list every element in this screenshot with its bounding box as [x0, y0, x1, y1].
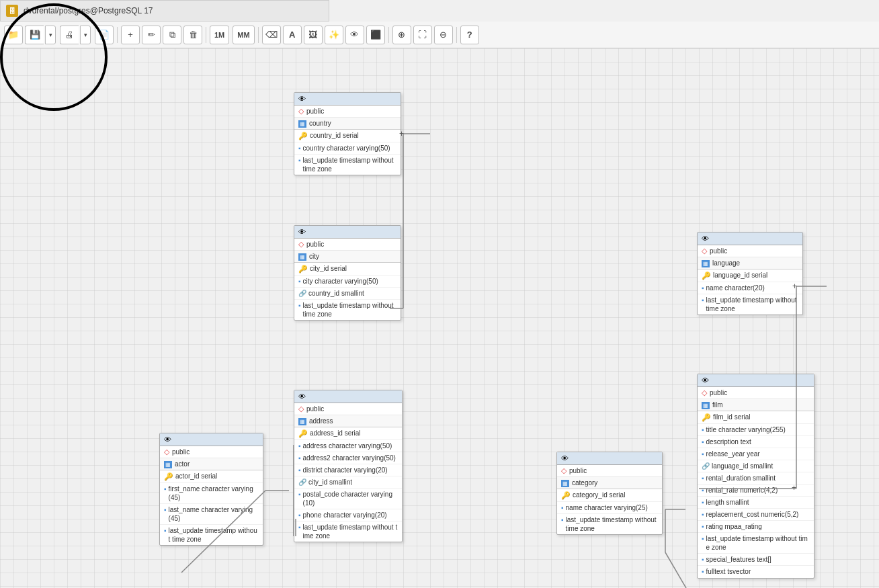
field-text: address_id serial [310, 429, 361, 437]
table-category[interactable]: 👁 ◇ public ▦ category 🔑 category_id seri… [556, 452, 663, 535]
title-text: dvdrental/postgres@PostgreSQL 17 [24, 6, 153, 15]
eye-icon[interactable]: 👁 [702, 376, 709, 384]
field-category_id: 🔑 category_id serial [557, 489, 662, 502]
field-city-last_update: ▪ last_update timestamp without time zon… [294, 300, 401, 320]
table-actor[interactable]: 👁 ◇ public ▦ actor 🔑 actor_id serial ▪ f… [159, 433, 263, 546]
table-country[interactable]: 👁 ◇ public ▦ country 🔑 country_id serial… [294, 92, 401, 175]
new-button[interactable]: 📄 [95, 26, 114, 44]
eye-icon[interactable]: 👁 [164, 435, 171, 444]
field-title: ▪ title character varying(255) [698, 424, 814, 436]
table-icon: ▦ [702, 402, 710, 409]
field-address-last_update: ▪ last_update timestamp without time zon… [294, 521, 402, 542]
table-icon: ▦ [702, 260, 710, 267]
svg-line-14 [665, 552, 689, 588]
field-text: last_update timestamp without time zone [303, 156, 396, 173]
key-icon: 🔑 [298, 132, 308, 140]
schema-icon: ◇ [702, 388, 707, 397]
col-icon: ▪ [702, 296, 704, 304]
toolbar: 📁 💾 ▾ 🖨 ▾ 📄 + ✏ ⧉ 🗑 1M MM ⌫ A 🖼 ✨ 👁 ⬛ ⊕ … [0, 22, 879, 48]
col-icon: ▪ [702, 438, 704, 446]
table-icon: ▦ [561, 480, 569, 487]
col-icon: ▪ [298, 278, 301, 285]
field-text: film_id serial [713, 413, 751, 421]
table-actor-header: 👁 [160, 433, 263, 446]
field-country: ▪ country character varying(50) [294, 142, 401, 155]
field-release_year: ▪ release_year year [698, 448, 814, 460]
font-button[interactable]: A [283, 26, 302, 44]
zoom-out-button[interactable]: ⊖ [434, 26, 453, 44]
eye-icon[interactable]: 👁 [298, 392, 306, 401]
print-dropdown-button[interactable]: ▾ [80, 26, 91, 44]
edit-button[interactable]: ✏ [142, 26, 161, 44]
field-country_id: 🔑 country_id serial [294, 130, 401, 142]
key-icon: 🔑 [561, 491, 571, 500]
key-icon: 🔑 [702, 413, 711, 422]
table-icon: ▦ [298, 418, 306, 425]
schema-button[interactable]: ⬛ [366, 26, 385, 44]
field-text: country_id serial [310, 131, 359, 140]
sep2 [206, 27, 206, 43]
table-category-name: ▦ category [557, 477, 662, 489]
1m-button[interactable]: 1M [210, 26, 229, 44]
eye-icon[interactable]: 👁 [298, 228, 306, 236]
save-dropdown-button[interactable]: ▾ [45, 26, 56, 44]
save-button[interactable]: 💾 [25, 26, 44, 44]
magic-button[interactable]: ✨ [325, 26, 343, 44]
col-icon: ▪ [702, 499, 704, 506]
table-actor-schema: ◇ public [160, 446, 263, 458]
table-address-header: 👁 [294, 390, 402, 403]
field-rating: ▪ rating mpaa_rating [698, 521, 814, 533]
eye-icon[interactable]: 👁 [702, 235, 709, 243]
field-district: ▪ district character varying(20) [294, 464, 402, 476]
field-description: ▪ description text [698, 436, 814, 448]
field-text: city character varying(50) [303, 277, 378, 286]
field-film-language_id: 🔗 language_id smallint [698, 460, 814, 472]
col-icon: ▪ [702, 487, 704, 494]
canvas[interactable]: + + + 👁 ◇ public ▦ country [0, 48, 879, 588]
open-button[interactable]: 📁 [4, 26, 23, 44]
table-name-label: city [309, 252, 319, 261]
col-icon: ▪ [298, 144, 301, 152]
table-language-name: ▦ language [698, 257, 802, 269]
copy-button[interactable]: ⧉ [163, 26, 181, 44]
table-language[interactable]: 👁 ◇ public ▦ language 🔑 language_id seri… [697, 232, 803, 315]
table-address[interactable]: 👁 ◇ public ▦ address 🔑 address_id serial… [294, 390, 403, 542]
field-text: last_update timestamp without time zone [566, 515, 658, 533]
eye-button[interactable]: 👁 [345, 26, 364, 44]
field-text: language_id smallint [712, 462, 773, 470]
print-button[interactable]: 🖨 [60, 26, 79, 44]
fk-icon: 🔗 [298, 290, 306, 297]
sep5 [456, 27, 457, 43]
schema-label: public [306, 240, 324, 249]
image-button[interactable]: 🖼 [304, 26, 323, 44]
delete-button[interactable]: 🗑 [183, 26, 202, 44]
table-language-schema: ◇ public [698, 245, 802, 257]
mm-button[interactable]: MM [233, 26, 254, 44]
table-city[interactable]: 👁 ◇ public ▦ city 🔑 city_id serial ▪ cit… [294, 225, 401, 321]
field-text: rental_rate numeric(4,2) [706, 486, 778, 495]
help-button[interactable]: ? [460, 26, 479, 44]
field-text: country character varying(50) [303, 144, 390, 153]
field-language_id: 🔑 language_id serial [698, 269, 802, 282]
fit-button[interactable]: ⛶ [413, 26, 432, 44]
table-film[interactable]: 👁 ◇ public ▦ film 🔑 film_id serial ▪ tit… [697, 374, 814, 579]
table-city-name: ▦ city [294, 251, 401, 263]
col-icon: ▪ [164, 527, 167, 534]
add-button[interactable]: + [121, 26, 140, 44]
field-actor_id: 🔑 actor_id serial [160, 470, 263, 483]
fk-icon: 🔗 [702, 462, 710, 470]
eye-icon[interactable]: 👁 [561, 454, 569, 462]
eye-icon[interactable]: 👁 [298, 95, 306, 103]
schema-icon: ◇ [164, 448, 169, 456]
col-icon: ▪ [702, 474, 704, 482]
table-name-label: actor [175, 460, 190, 468]
table-category-schema: ◇ public [557, 465, 662, 477]
clear-button[interactable]: ⌫ [262, 26, 281, 44]
field-text: rating mpaa_rating [706, 522, 762, 531]
schema-icon: ◇ [702, 247, 707, 255]
table-country-name: ▦ country [294, 118, 401, 130]
title-bar: 🗄 dvdrental/postgres@PostgreSQL 17 [0, 0, 329, 22]
schema-label: public [569, 466, 587, 475]
field-rental_duration: ▪ rental_duration smallint [698, 472, 814, 485]
zoom-in-button[interactable]: ⊕ [392, 26, 411, 44]
